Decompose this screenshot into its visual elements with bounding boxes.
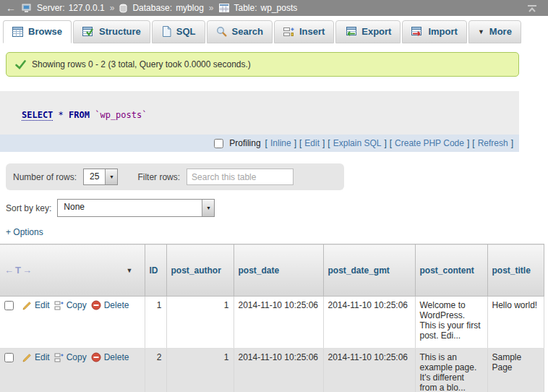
copy-row-link[interactable]: Copy: [54, 352, 87, 362]
with-selected-dropdown-icon[interactable]: ▼: [127, 267, 133, 274]
copy-label: Copy: [67, 352, 87, 362]
collapse-console-icon[interactable]: [526, 4, 538, 13]
row-options-strip: Number of rows: 25 ▼ Filter rows:: [6, 163, 344, 190]
delete-label: Delete: [104, 300, 129, 310]
tab-sql[interactable]: SQL: [152, 20, 205, 43]
import-icon: [411, 27, 423, 37]
query-box: SELECT * FROM `wp_posts` Profiling [ Inl…: [0, 91, 519, 152]
cell-post-date: 2014-11-10 10:25:06: [234, 297, 323, 349]
copy-icon: [54, 301, 64, 310]
table-icon: [219, 4, 229, 12]
tab-more[interactable]: ▼ More: [468, 20, 521, 43]
column-header-post-title[interactable]: post_title: [487, 244, 544, 297]
column-header-id[interactable]: ID: [145, 244, 166, 297]
query-tools-bar: Profiling [ Inline ] [ Edit ] [ Explain …: [0, 135, 519, 152]
table-header-row: ← T → ▼ ID post_author post_date post_da…: [0, 244, 544, 297]
sort-by-key-select[interactable]: None ▼: [57, 199, 215, 217]
breadcrumb-table-value[interactable]: wp_posts: [261, 3, 298, 13]
refresh-link[interactable]: Refresh: [478, 138, 508, 148]
delete-label: Delete: [104, 352, 129, 362]
sort-row: Sort by key: None ▼: [6, 199, 548, 217]
bracket: ]: [467, 138, 469, 148]
tab-search[interactable]: Search: [207, 20, 273, 43]
select-arrow-icon: ▼: [105, 169, 117, 184]
cell-post-title: Sample Page: [487, 349, 544, 392]
bracket: [: [390, 138, 392, 148]
row-select-checkbox[interactable]: [4, 301, 14, 310]
browse-table-icon: [12, 27, 23, 37]
breadcrumb-bar: ← Server: 127.0.0.1 » Database: myblog »…: [0, 0, 548, 16]
bracket: ]: [511, 138, 513, 148]
column-header-post-content[interactable]: post_content: [415, 244, 487, 297]
sort-by-key-label: Sort by key:: [6, 203, 51, 213]
table-row: Edit Copy Delete 1 1 2014-11-10 10:25:06…: [0, 297, 544, 349]
database-icon: [119, 4, 127, 13]
tab-label: Export: [361, 26, 391, 37]
delete-row-link[interactable]: Delete: [91, 352, 129, 362]
delete-row-link[interactable]: Delete: [91, 300, 129, 310]
edit-label: Edit: [35, 300, 50, 310]
tab-structure[interactable]: Structure: [73, 20, 150, 43]
breadcrumb-separator: »: [110, 3, 115, 13]
row-select-checkbox[interactable]: [4, 353, 14, 362]
number-of-rows-select[interactable]: 25 ▼: [83, 169, 118, 185]
sql-keyword-from: FROM: [69, 110, 90, 120]
number-of-rows-label: Number of rows:: [13, 172, 77, 182]
breadcrumb-table-label[interactable]: Table:: [234, 3, 257, 13]
breadcrumb-database-value[interactable]: myblog: [176, 3, 204, 13]
select-arrow-icon: ▼: [202, 200, 214, 216]
inline-link[interactable]: Inline: [270, 138, 291, 148]
move-column-right-icon[interactable]: →: [22, 265, 32, 276]
bracket: [: [472, 138, 474, 148]
tab-label: Search: [232, 26, 263, 37]
number-of-rows-value: 25: [84, 169, 105, 184]
bracket: ]: [384, 138, 386, 148]
move-column-left-icon[interactable]: ←: [4, 265, 14, 276]
breadcrumb: Server: 127.0.0.1 » Database: myblog » T…: [22, 3, 526, 13]
explain-sql-link[interactable]: Explain SQL: [333, 138, 382, 148]
edit-row-link[interactable]: Edit: [22, 300, 50, 310]
sql-query: SELECT * FROM `wp_posts`: [0, 91, 519, 135]
edit-query-link[interactable]: Edit: [304, 138, 320, 148]
options-toggle-link[interactable]: + Options: [6, 227, 43, 237]
column-header-post-date-gmt[interactable]: post_date_gmt: [323, 244, 415, 297]
sort-by-key-value: None: [58, 200, 90, 216]
breadcrumb-server-label[interactable]: Server:: [37, 3, 65, 13]
sql-keyword-select[interactable]: SELECT: [22, 110, 53, 121]
cell-post-title: Hello world!: [487, 297, 544, 349]
back-arrow-icon[interactable]: ←: [0, 2, 22, 14]
table-row: Edit Copy Delete 2 1 2014-11-10 10:25:06…: [0, 349, 544, 392]
cell-post-content: Welcome to WordPress. This is your first…: [415, 297, 487, 349]
tab-label: Import: [428, 26, 457, 37]
breadcrumb-server-value[interactable]: 127.0.0.1: [69, 3, 105, 13]
copy-row-link[interactable]: Copy: [54, 300, 87, 310]
actions-header-cell: ← T → ▼: [0, 244, 145, 297]
delete-icon: [91, 352, 101, 362]
filter-rows-label: Filter rows:: [137, 172, 180, 182]
edit-row-link[interactable]: Edit: [22, 352, 50, 362]
breadcrumb-database-label[interactable]: Database:: [132, 3, 172, 13]
cell-post-date: 2014-11-10 10:25:06: [234, 349, 323, 392]
sql-page-icon: [161, 26, 171, 37]
results-table: ← T → ▼ ID post_author post_date post_da…: [0, 244, 544, 392]
tab-browse[interactable]: Browse: [3, 20, 72, 43]
cell-post-date-gmt: 2014-11-10 10:25:06: [323, 297, 415, 349]
filter-rows-input[interactable]: [187, 169, 294, 185]
cell-post-date-gmt: 2014-11-10 10:25:06: [323, 349, 415, 392]
profiling-label[interactable]: Profiling: [229, 138, 260, 148]
column-header-post-date[interactable]: post_date: [234, 244, 323, 297]
server-icon: [22, 4, 32, 13]
tab-label: Browse: [28, 26, 62, 37]
tab-export[interactable]: Export: [335, 20, 401, 43]
column-header-post-author[interactable]: post_author: [166, 244, 234, 297]
tab-insert[interactable]: Insert: [274, 20, 334, 43]
bracket: [: [299, 138, 301, 148]
create-php-code-link[interactable]: Create PHP Code: [395, 138, 464, 148]
pencil-icon: [22, 353, 32, 362]
success-check-icon: [15, 60, 26, 69]
cell-post-author: 1: [166, 297, 234, 349]
cell-id: 2: [145, 349, 166, 392]
profiling-checkbox[interactable]: [214, 139, 223, 148]
tab-import[interactable]: Import: [402, 20, 466, 43]
tab-label: SQL: [176, 26, 196, 37]
